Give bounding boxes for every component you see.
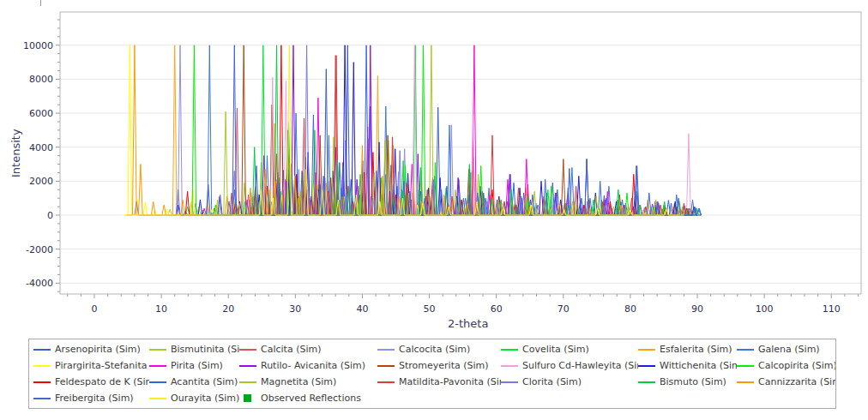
series-line-acantita-sim bbox=[228, 45, 697, 215]
y-tick-label: 8000 bbox=[29, 74, 53, 85]
legend-item-label: Arsenopirita (Sim) bbox=[55, 344, 141, 355]
legend-item-bismuto-sim[interactable]: Bismuto (Sim) bbox=[638, 374, 737, 390]
y-axis-title: Intensity bbox=[9, 129, 22, 177]
series-color-swatch-icon bbox=[638, 381, 655, 383]
legend-item-covelita-sim[interactable]: Covelita (Sim) bbox=[501, 341, 638, 357]
legend-item-arsenopirita-sim[interactable]: Arsenopirita (Sim) bbox=[33, 341, 149, 357]
legend-item-cannizzarita-sim[interactable]: Cannizzarita (Sim) bbox=[737, 374, 835, 390]
legend-item-clorita-sim[interactable]: Clorita (Sim) bbox=[501, 374, 638, 390]
legend-item-label: Bismuto (Sim) bbox=[660, 376, 726, 387]
legend-item-calcopirita-sim[interactable]: Calcopirita (Sim) bbox=[737, 357, 835, 374]
legend-item-label: Galena (Sim) bbox=[758, 344, 820, 355]
legend-item-calcocita-sim[interactable]: Calcocita (Sim) bbox=[377, 341, 501, 357]
legend-item-label: Pirita (Sim) bbox=[171, 360, 223, 371]
x-tick-label: 90 bbox=[691, 303, 703, 315]
series-color-swatch-icon bbox=[737, 381, 754, 383]
legend-item-wittichenita-sim[interactable]: Wittichenita (Sim) bbox=[638, 357, 737, 374]
series-color-swatch-icon bbox=[501, 381, 518, 383]
legend-item-label: Pirargirita-Stefanita (Sim) bbox=[55, 360, 149, 371]
legend-item-pirita-sim[interactable]: Pirita (Sim) bbox=[149, 357, 239, 374]
series-color-swatch-icon bbox=[377, 365, 395, 367]
series-color-swatch-icon bbox=[737, 349, 754, 351]
series-color-swatch-icon bbox=[377, 349, 395, 351]
x-tick-label: 60 bbox=[491, 303, 503, 315]
legend-item-label: Covelita (Sim) bbox=[522, 344, 589, 355]
legend-item-label: Ourayita (Sim) bbox=[171, 393, 239, 404]
x-tick-label: 100 bbox=[756, 303, 774, 315]
legend-item-freibergita-sim[interactable]: Freibergita (Sim) bbox=[33, 390, 149, 406]
series-color-swatch-icon bbox=[33, 349, 51, 351]
series-color-swatch-icon bbox=[239, 349, 256, 351]
legend-item-pirargirita-stefanita-sim[interactable]: Pirargirita-Stefanita (Sim) bbox=[33, 357, 149, 374]
series-color-swatch-icon bbox=[737, 365, 754, 367]
y-tick-label: -2000 bbox=[26, 244, 53, 255]
series-color-swatch-icon bbox=[638, 349, 655, 351]
y-tick-label: 2000 bbox=[29, 176, 53, 187]
series-color-swatch-icon bbox=[501, 349, 518, 351]
series-color-swatch-icon bbox=[149, 381, 166, 383]
legend-item-label: Rutilo- Avicanita (Sim) bbox=[261, 360, 365, 371]
x-tick-label: 110 bbox=[823, 303, 841, 315]
x-tick-label: 0 bbox=[91, 303, 97, 315]
legend-item-label: Acantita (Sim) bbox=[171, 376, 238, 387]
legend-item-bismutinita-sim[interactable]: Bismutinita (Sim) bbox=[149, 341, 239, 357]
legend-item-label: Sulfuro Cd-Hawleyita (Sim) bbox=[522, 360, 638, 371]
legend-item-observed-reflections[interactable]: Observed Reflections bbox=[239, 390, 377, 406]
series-color-swatch-icon bbox=[33, 398, 51, 399]
y-tick-label: -4000 bbox=[26, 278, 53, 289]
x-tick-label: 30 bbox=[289, 303, 301, 315]
legend-item-label: Magnetita (Sim) bbox=[261, 376, 336, 387]
y-tick-label: 0 bbox=[47, 210, 53, 221]
y-tick-label: 6000 bbox=[29, 108, 53, 119]
legend-item-label: Calcopirita (Sim) bbox=[758, 360, 835, 371]
legend-item-matildita-pavonita-sim[interactable]: Matildita-Pavonita (Sim) bbox=[377, 374, 501, 390]
legend-item-label: Esfalerita (Sim) bbox=[660, 344, 732, 355]
series-color-swatch-icon bbox=[239, 381, 256, 383]
x-tick-label: 10 bbox=[155, 303, 167, 315]
legend-item-label: Matildita-Pavonita (Sim) bbox=[399, 376, 501, 387]
legend-item-feldespato-de-k-sim[interactable]: Feldespato de K (Sim) bbox=[33, 374, 149, 390]
x-axis-title: 2-theta bbox=[448, 317, 488, 330]
series-color-swatch-icon bbox=[638, 365, 655, 367]
legend-item-label: Calcocita (Sim) bbox=[399, 344, 470, 355]
legend-item-stromeyerita-sim[interactable]: Stromeyerita (Sim) bbox=[377, 357, 501, 374]
x-tick-label: 50 bbox=[424, 303, 436, 315]
series-color-swatch-icon bbox=[239, 365, 256, 367]
legend-item-galena-sim[interactable]: Galena (Sim) bbox=[737, 341, 835, 357]
legend-item-label: Observed Reflections bbox=[261, 393, 361, 404]
legend-grid: Arsenopirita (Sim)Bismutinita (Sim)Calci… bbox=[29, 339, 835, 406]
legend-item-esfalerita-sim[interactable]: Esfalerita (Sim) bbox=[638, 341, 737, 357]
y-tick-label: 4000 bbox=[29, 142, 53, 153]
legend-item-rutilo-avicanita-sim[interactable]: Rutilo- Avicanita (Sim) bbox=[239, 357, 377, 374]
legend-item-ourayita-sim[interactable]: Ourayita (Sim) bbox=[149, 390, 239, 406]
series-color-swatch-icon bbox=[149, 365, 166, 367]
legend-item-label: Clorita (Sim) bbox=[522, 376, 582, 387]
series-color-swatch-icon bbox=[149, 349, 166, 351]
legend: Arsenopirita (Sim)Bismutinita (Sim)Calci… bbox=[28, 339, 836, 409]
y-tick-label: 10000 bbox=[23, 40, 53, 51]
observed-reflections-marker-icon bbox=[239, 394, 256, 402]
series-color-swatch-icon bbox=[33, 365, 51, 367]
legend-item-label: Wittichenita (Sim) bbox=[660, 360, 737, 371]
x-tick-label: 80 bbox=[624, 303, 636, 315]
legend-item-label: Calcita (Sim) bbox=[261, 344, 321, 355]
legend-item-magnetita-sim[interactable]: Magnetita (Sim) bbox=[239, 374, 377, 390]
legend-item-calcita-sim[interactable]: Calcita (Sim) bbox=[239, 341, 377, 357]
series-color-swatch-icon bbox=[501, 365, 518, 367]
x-tick-label: 40 bbox=[356, 303, 368, 315]
legend-item-label: Stromeyerita (Sim) bbox=[399, 360, 489, 371]
legend-item-label: Bismutinita (Sim) bbox=[171, 344, 239, 355]
x-tick-label: 20 bbox=[222, 303, 234, 315]
legend-item-sulfuro-cd-hawleyita-sim[interactable]: Sulfuro Cd-Hawleyita (Sim) bbox=[501, 357, 638, 374]
legend-item-label: Cannizzarita (Sim) bbox=[758, 376, 835, 387]
x-tick-label: 70 bbox=[558, 303, 570, 315]
series-color-swatch-icon bbox=[149, 398, 166, 399]
series-color-swatch-icon bbox=[33, 381, 51, 383]
legend-item-acantita-sim[interactable]: Acantita (Sim) bbox=[149, 374, 239, 390]
legend-item-label: Feldespato de K (Sim) bbox=[55, 376, 149, 387]
legend-item-label: Freibergita (Sim) bbox=[55, 393, 134, 404]
xrd-pattern-viewer: { "chart_data": { "type": "line", "title… bbox=[0, 0, 868, 420]
series-color-swatch-icon bbox=[377, 381, 395, 383]
